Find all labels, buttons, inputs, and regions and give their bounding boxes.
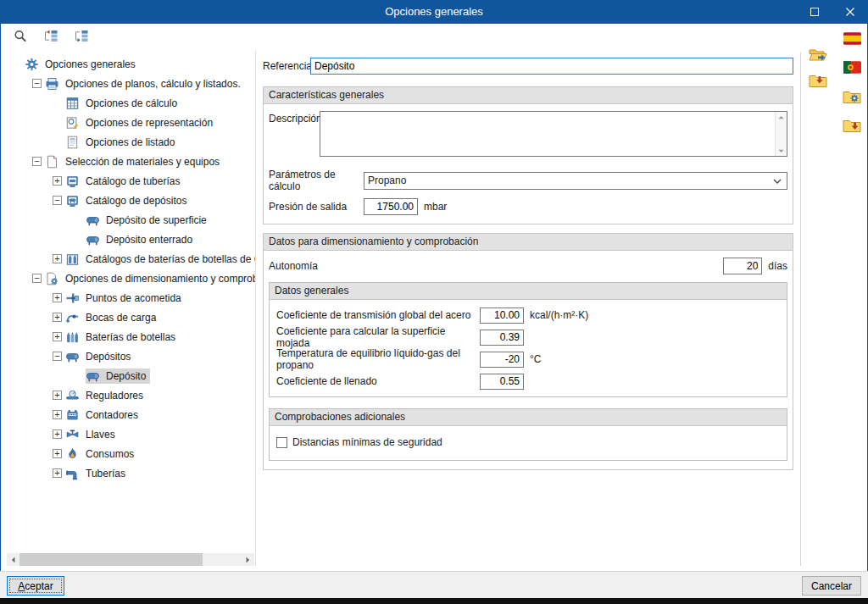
search-button[interactable] [10,27,31,47]
maximize-button[interactable] [797,0,832,24]
scroll-down-arrow[interactable] [776,147,787,155]
expander-spacer [12,59,21,69]
expand-icon[interactable]: + [53,293,62,302]
portugal-flag-button[interactable] [841,59,863,78]
collapse-icon[interactable]: − [53,196,62,205]
expand-icon[interactable]: + [53,429,62,439]
presion-label: Presión de salida [269,201,364,213]
tank-icon [86,233,100,247]
tree-item-label: Opciones de representación [84,116,214,130]
scroll-up-arrow[interactable] [776,113,787,121]
tree-item-content: Opciones de dimensionamiento y comprobac… [45,271,255,286]
list-icon [65,136,80,149]
cancelar-button[interactable]: Cancelar [802,576,861,596]
caracteristicas-header: Características generales [264,87,793,104]
parameter-input[interactable] [480,374,524,390]
config-folder-button[interactable] [841,88,863,107]
tree-item[interactable]: Depósito enterrado [7,230,255,249]
tree-item[interactable]: −Catálogo de depósitos [7,191,255,210]
import-options-button[interactable] [807,46,829,64]
tree-item-content: Baterías de botellas [65,330,180,345]
expand-icon[interactable]: + [53,410,62,419]
tree-item-label: Opciones de planos, cálculo y listados. [64,77,242,91]
tree-item-label: Opciones de dimensionamiento y comprobac… [64,272,255,285]
close-button[interactable] [832,0,868,24]
tree-item[interactable]: −Opciones de dimensionamiento y comproba… [7,269,255,288]
aceptar-button[interactable]: Aceptar [7,576,64,596]
expand-icon[interactable]: + [53,313,62,322]
datos-generales-rows: Coeficiente de transmisión global del ac… [270,300,787,396]
collapse-icon[interactable]: − [32,79,42,88]
scroll-right-arrow[interactable] [242,553,254,566]
tree-item[interactable]: Opciones de listado [7,132,255,152]
vertical-divider [800,53,801,566]
tree-item[interactable]: +Baterías de botellas [7,327,255,346]
presion-input[interactable] [364,198,418,215]
tree-item-content: Catálogos de baterías de botellas de GLP [65,252,255,267]
tree-item[interactable]: Opciones de representación [7,113,255,132]
parameter-label: Temperatura de equilibrio líquido-gas de… [276,347,480,371]
dim-icon [45,272,59,285]
far-right-toolbar [841,30,863,136]
tree-item-content: Catálogo de tuberías [65,174,184,189]
expand-icon[interactable]: + [53,468,62,478]
expand-icon[interactable]: + [53,332,62,341]
parameter-input[interactable] [480,330,524,346]
acometida-icon [65,291,80,305]
tree-item[interactable]: −Selección de materiales y equipos [7,152,255,171]
scrollbar-thumb[interactable] [19,553,203,566]
tree-item[interactable]: −Depósitos [7,346,255,366]
tank-icon [65,350,80,363]
search-icon [13,29,28,46]
collapse-icon[interactable]: − [32,157,42,166]
tree-item[interactable]: +Reguladores [7,385,255,405]
spain-flag-button[interactable] [841,30,863,49]
distancias-checkbox[interactable] [276,437,287,448]
tree-item[interactable]: −Opciones de planos, cálculo y listados. [7,74,255,93]
tree-item[interactable]: +Bocas de carga [7,308,255,327]
descripcion-textarea[interactable] [320,111,787,157]
tree-item[interactable]: Opciones de cálculo [7,93,255,113]
tree-item-label: Opciones de cálculo [84,97,179,110]
datos-header: Datos para dimensionamiento y comprobaci… [264,234,793,251]
install-options-button[interactable] [841,117,863,136]
tree-horizontal-scrollbar[interactable] [7,553,254,566]
calc-icon [65,97,80,110]
tree-item[interactable]: +Catálogo de tuberías [7,171,255,191]
textarea-scrollbar[interactable] [775,112,787,156]
expand-icon[interactable]: + [53,449,62,458]
export-options-button[interactable] [807,72,829,91]
options-form: Referencia Características generales Des… [263,51,793,470]
tree-item[interactable]: +Catálogos de baterías de botellas de GL… [7,249,255,269]
collapse-icon[interactable]: − [53,352,62,361]
tree-item[interactable]: Depósito de superficie [7,210,255,230]
tree-item[interactable]: Opciones generales [7,54,255,74]
scrollbar-track[interactable] [203,553,242,566]
expand-icon[interactable]: + [53,254,62,263]
descripcion-textarea-input[interactable] [320,112,779,159]
referencia-input[interactable] [310,58,793,75]
collapse-branch-button[interactable] [41,27,61,47]
tree-item-label: Bocas de carga [84,311,158,324]
tree-item[interactable]: +Tuberías [7,463,255,483]
autonomia-label: Autonomía [269,260,723,272]
tree-item[interactable]: Depósito [7,366,255,385]
tree-item[interactable]: +Consumos [7,444,255,463]
expand-icon[interactable]: + [53,391,62,400]
autonomia-input[interactable] [723,258,762,274]
consumos-icon [65,447,80,461]
tree-item[interactable]: +Puntos de acometida [7,288,255,308]
expand-icon[interactable]: + [53,176,62,186]
cat-pipes-icon [65,175,80,188]
tree-item[interactable]: +Llaves [7,424,255,444]
scroll-left-arrow[interactable] [7,553,19,566]
parameter-input[interactable] [480,308,524,324]
distancias-checkbox-row[interactable]: Distancias mínimas de seguridad [276,436,780,448]
collapse-all-button[interactable] [71,27,92,47]
parameter-input[interactable] [480,352,524,368]
parametros-select[interactable]: Propano [364,172,787,190]
tree-item-content: Opciones de listado [65,135,179,150]
tree-item[interactable]: +Contadores [7,405,255,424]
collapse-icon[interactable]: − [32,274,42,283]
tree-item-content: Reguladores [65,388,147,403]
